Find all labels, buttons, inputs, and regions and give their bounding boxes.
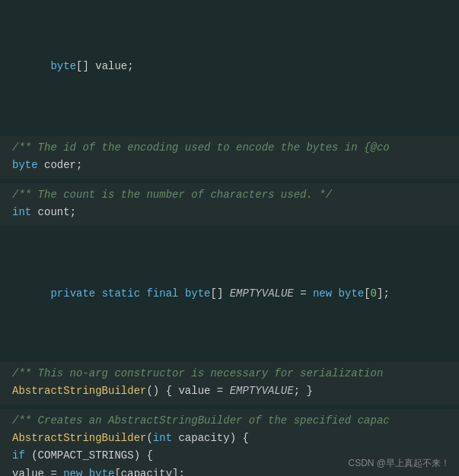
spacer (0, 130, 459, 136)
comment-section-3: /** This no-arg constructor is necessary… (0, 362, 459, 382)
code-container: byte[] value; /** The id of the encoding… (0, 0, 459, 476)
comment-line: /** Creates an AbstractStringBuilder of … (12, 412, 447, 430)
code-section-4: private static final byte[] EMPTYVALUE =… (0, 230, 459, 357)
code-line: byte coder; (12, 157, 447, 174)
code-line: AbstractStringBuilder() { value = EMPTYV… (12, 382, 447, 400)
code-section-3: int count; (0, 204, 459, 226)
comment-line: /** The count is the number of character… (12, 186, 447, 204)
comment-section-4: /** Creates an AbstractStringBuilder of … (0, 409, 459, 430)
code-line: int count; (12, 204, 447, 221)
code-line: AbstractStringBuilder(int capacity) { (12, 430, 447, 447)
code-section-5: AbstractStringBuilder() { value = EMPTYV… (0, 382, 459, 405)
code-section-1: byte[] value; (0, 0, 459, 130)
code-section-2: byte coder; (0, 157, 459, 179)
watermark: CSDN @早上真起不来！ (348, 457, 450, 470)
code-line: private static final byte[] EMPTYVALUE =… (12, 268, 447, 320)
comment-section-2: /** The count is the number of character… (0, 183, 459, 204)
comment-section-1: /** The id of the encoding used to encod… (0, 136, 459, 157)
comment-line: /** This no-arg constructor is necessary… (12, 365, 447, 382)
comment-line: /** The id of the encoding used to encod… (12, 139, 447, 157)
keyword: byte (50, 60, 76, 72)
code-line: byte[] value; (12, 40, 447, 93)
